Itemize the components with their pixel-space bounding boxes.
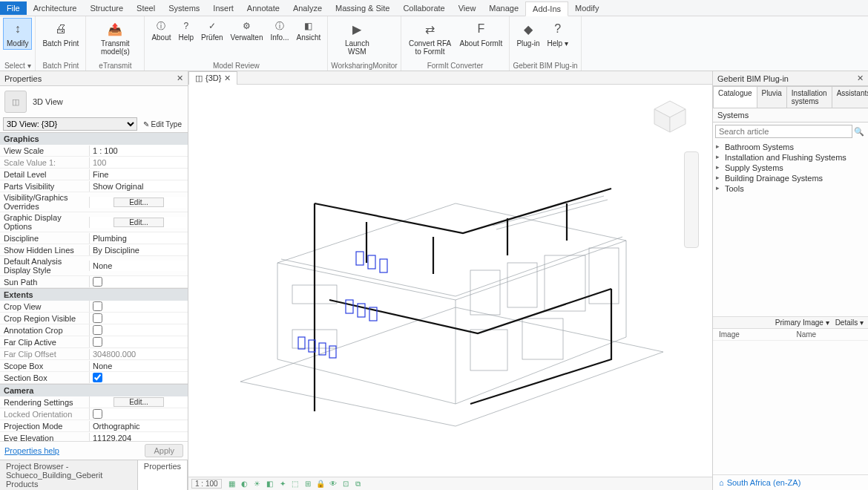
rendering-icon[interactable]: ✦ (277, 479, 288, 489)
property-value[interactable] (89, 301, 188, 312)
properties-help-link[interactable]: Properties help (4, 446, 59, 455)
geberit-tab-assistants[interactable]: Assistants (832, 86, 868, 108)
property-value[interactable] (89, 372, 188, 383)
tab-annotate[interactable]: Annotate (240, 1, 286, 15)
property-value[interactable]: Orthographic (89, 421, 188, 431)
tree-node[interactable]: Building Drainage Systems (716, 173, 865, 183)
prufen-button[interactable]: ✓Prüfen (197, 18, 226, 44)
modify-button[interactable]: ↕Modify (3, 18, 32, 50)
property-value[interactable]: None (89, 261, 188, 271)
geberit-tab-installation-systems[interactable]: Installation systems (786, 86, 832, 108)
about1-button[interactable]: ⓘAbout (148, 18, 174, 44)
transmit-button[interactable]: 📤Transmit model(s) (89, 18, 141, 58)
edit-type-button[interactable]: ✎ Edit Type (140, 120, 185, 129)
property-checkbox[interactable] (93, 409, 102, 419)
convertrfa-button[interactable]: ⇄Convert RFA to FormIt (404, 18, 456, 58)
property-edit-button[interactable]: Edit... (114, 397, 164, 407)
apply-button[interactable]: Apply (145, 444, 183, 457)
property-value[interactable] (89, 324, 188, 336)
primary-image-dropdown[interactable]: Primary Image ▾ (775, 318, 829, 327)
tab-collaborate[interactable]: Collaborate (396, 1, 451, 15)
help1-button[interactable]: ?Help (175, 18, 198, 44)
property-value[interactable] (89, 276, 188, 287)
property-value[interactable]: 1 : 100 (89, 146, 188, 156)
geberit-tab-pluvia[interactable]: Pluvia (757, 86, 787, 108)
property-checkbox[interactable] (93, 337, 102, 347)
view-cube[interactable] (650, 97, 690, 137)
tree-node[interactable]: Installation and Flushing Systems (716, 152, 865, 163)
property-value[interactable]: Edit... (89, 217, 188, 228)
region-label[interactable]: South Africa (en-ZA) (727, 478, 801, 487)
property-value[interactable]: 11129.204 (89, 433, 188, 442)
tab-systems[interactable]: Systems (162, 1, 206, 15)
reveal-icon[interactable]: ⊡ (341, 479, 351, 489)
aboutformit-label: About FormIt (460, 39, 503, 48)
view-selector[interactable]: 3D View: {3D} (3, 117, 137, 131)
tree-node[interactable]: Tools (716, 183, 865, 194)
geberit-tab-catalogue[interactable]: Catalogue (713, 86, 757, 108)
property-checkbox[interactable] (93, 325, 102, 335)
detail-level-icon[interactable]: ▦ (227, 479, 237, 489)
property-value[interactable]: None (89, 361, 188, 371)
property-value[interactable] (89, 313, 188, 324)
bottom-tab[interactable]: Properties (138, 460, 188, 490)
info-button[interactable]: ⓘInfo... (266, 18, 292, 44)
search-icon[interactable]: 🔍 (852, 125, 866, 138)
tab-modify[interactable]: Modify (568, 1, 605, 15)
property-group-extents[interactable]: Extents (0, 288, 188, 301)
help2-button[interactable]: ?Help ▾ (544, 18, 572, 50)
ansicht-button[interactable]: ◧Ansicht (293, 18, 325, 44)
property-value[interactable] (89, 336, 188, 347)
tab-insert[interactable]: Insert (206, 1, 240, 15)
property-value[interactable]: Fine (89, 169, 188, 180)
property-edit-button[interactable]: Edit... (114, 218, 164, 227)
property-checkbox[interactable] (93, 301, 102, 311)
visual-style-icon[interactable]: ◐ (240, 479, 250, 489)
analytical-icon[interactable]: ⧉ (353, 479, 364, 489)
property-group-camera[interactable]: Camera (0, 384, 188, 396)
tree-node[interactable]: Supply Systems (716, 163, 865, 173)
property-edit-button[interactable]: Edit... (114, 197, 164, 207)
property-value[interactable]: Edit... (89, 396, 188, 408)
tab-massing-site[interactable]: Massing & Site (329, 1, 396, 15)
property-checkbox[interactable] (93, 373, 102, 382)
launchwsm-button[interactable]: ▶Launch WSM (331, 18, 383, 58)
details-dropdown[interactable]: Details ▾ (835, 318, 864, 327)
search-input[interactable] (715, 125, 852, 138)
tab-architecture[interactable]: Architecture (27, 1, 84, 15)
close-icon[interactable]: ✕ (224, 74, 231, 83)
tab-file[interactable]: File (0, 1, 27, 15)
crop-icon[interactable]: ⬚ (290, 479, 300, 489)
close-icon[interactable]: ✕ (857, 74, 864, 83)
property-value[interactable]: Edit... (89, 197, 188, 208)
view-tab-3d[interactable]: ◫ {3D} ✕ (188, 71, 237, 85)
tab-add-ins[interactable]: Add-Ins (525, 1, 568, 16)
canvas-3d[interactable] (188, 85, 712, 477)
verwalten-button[interactable]: ⚙Verwalten (227, 18, 267, 44)
navigation-bar[interactable] (684, 151, 699, 248)
property-checkbox[interactable] (93, 277, 102, 287)
property-value[interactable]: By Discipline (89, 245, 188, 255)
lock-icon[interactable]: 🔒 (315, 479, 326, 489)
bottom-tab[interactable]: Project Browser - Schueco_Building_Geber… (0, 460, 138, 490)
temp-hide-icon[interactable]: 👁 (328, 479, 338, 489)
sun-path-icon[interactable]: ☀ (252, 479, 263, 489)
property-value[interactable]: Show Original (89, 181, 188, 192)
property-checkbox[interactable] (93, 313, 102, 323)
batchprint-button[interactable]: 🖨Batch Print (39, 18, 82, 50)
view-type-icon[interactable]: ◫ (4, 91, 27, 113)
tree-node[interactable]: Bathroom Systems (716, 142, 865, 152)
tab-analyze[interactable]: Analyze (286, 1, 329, 15)
tab-structure[interactable]: Structure (83, 1, 130, 15)
crop-region-icon[interactable]: ⊞ (303, 479, 313, 489)
shadows-icon[interactable]: ◧ (265, 479, 275, 489)
property-value[interactable]: Plumbing (89, 233, 188, 244)
plugin-button[interactable]: ◆Plug-in (513, 18, 543, 50)
tab-steel[interactable]: Steel (130, 1, 162, 15)
aboutformit-button[interactable]: FAbout FormIt (456, 18, 507, 50)
property-group-graphics[interactable]: Graphics (0, 132, 188, 145)
tab-view[interactable]: View (452, 1, 483, 15)
close-icon[interactable]: ✕ (177, 74, 183, 83)
scale-selector[interactable]: 1 : 100 (191, 479, 222, 489)
tab-manage[interactable]: Manage (482, 1, 525, 15)
